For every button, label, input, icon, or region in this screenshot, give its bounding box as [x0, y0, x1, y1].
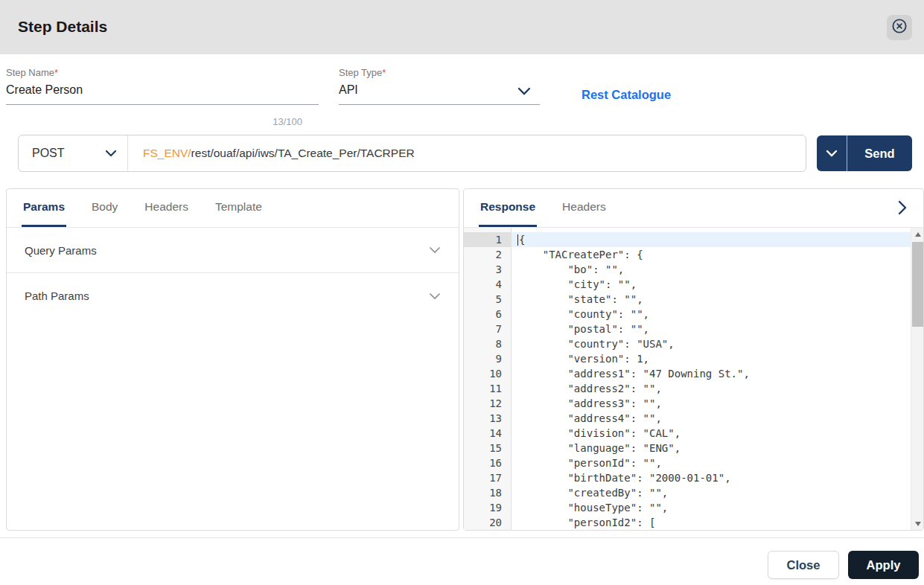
code-line: "language": "ENG", — [517, 441, 911, 455]
send-button[interactable]: Send — [817, 135, 912, 171]
line-number: 5 — [464, 292, 511, 307]
tab-params[interactable]: Params — [22, 189, 66, 227]
request-tabs: Params Body Headers Template — [7, 189, 459, 228]
step-type-select[interactable]: API — [339, 83, 540, 104]
scrollbar-thumb[interactable] — [912, 242, 923, 327]
code-line: "birthDate": "2000-01-01", — [517, 470, 911, 485]
circled-x-icon — [890, 17, 908, 38]
line-number: 18 — [464, 485, 511, 500]
chevron-down-icon[interactable] — [517, 85, 531, 98]
chevron-down-icon — [826, 147, 838, 160]
line-number: 14 — [464, 426, 511, 441]
chevron-down-icon — [105, 147, 117, 160]
step-name-input[interactable]: Create Person — [6, 83, 319, 104]
step-name-label: Step Name* — [6, 67, 319, 78]
step-name-field[interactable]: Step Name* Create Person 13/100 — [6, 67, 319, 105]
line-number: 12 — [464, 396, 511, 411]
response-code-editor[interactable]: 1 2 3 4 5 6 7 8 9 10 11 12 13 14 15 16 1… — [464, 228, 923, 530]
apply-button[interactable]: Apply — [848, 551, 919, 579]
step-type-field[interactable]: Step Type* API — [339, 67, 540, 105]
triangle-up-icon — [915, 232, 921, 237]
tab-response-headers[interactable]: Headers — [561, 189, 608, 227]
char-counter: 13/100 — [273, 116, 302, 127]
line-number: 13 — [464, 411, 511, 426]
expand-panel-button[interactable] — [898, 200, 907, 218]
line-number: 9 — [464, 351, 511, 366]
url-path: rest/ouaf/api/iws/TA_Create_Per/TACRPER — [191, 147, 415, 159]
line-number: 11 — [464, 381, 511, 396]
send-options-caret[interactable] — [817, 135, 847, 171]
line-number: 15 — [464, 441, 511, 455]
step-type-label: Step Type* — [339, 67, 540, 78]
code-line: "postal": "", — [517, 322, 911, 336]
line-number: 2 — [464, 247, 511, 262]
code-line: { — [512, 232, 911, 247]
response-tabs: Response Headers — [464, 189, 923, 228]
required-asterisk: * — [382, 67, 386, 78]
code-line: "createdBy": "", — [517, 485, 911, 500]
code-line: "county": "", — [517, 307, 911, 322]
tab-response[interactable]: Response — [479, 189, 537, 227]
code-line: "bo": "", — [517, 262, 911, 277]
line-number: 4 — [464, 277, 511, 292]
chevron-right-icon — [898, 205, 907, 217]
chevron-down-icon — [429, 243, 441, 257]
code-line: "country": "USA", — [517, 336, 911, 351]
env-variable-token: FS_ENV/ — [143, 147, 191, 159]
close-dialog-button[interactable] — [887, 15, 912, 40]
query-params-accordion[interactable]: Query Params — [7, 228, 459, 273]
code-line: "division": "CAL", — [517, 426, 911, 441]
response-panel: Response Headers 1 2 3 4 5 6 7 8 9 10 11 — [463, 188, 924, 531]
line-number: 7 — [464, 322, 511, 336]
request-panel: Params Body Headers Template Query Param… — [6, 188, 459, 531]
line-number: 20 — [464, 515, 511, 530]
tab-body[interactable]: Body — [90, 189, 119, 227]
line-number: 10 — [464, 366, 511, 381]
rest-catalogue-link[interactable]: Rest Catalogue — [582, 88, 671, 102]
text-cursor — [517, 234, 518, 246]
code-line: "address3": "", — [517, 396, 911, 411]
code-line: "personId": "", — [517, 455, 911, 470]
chevron-down-icon — [429, 290, 441, 303]
line-number: 3 — [464, 262, 511, 277]
code-line: "address1": "47 Downing St.", — [517, 366, 911, 381]
dialog-header: Step Details — [0, 0, 924, 54]
code-line: "TACreatePer": { — [517, 247, 911, 262]
line-number: 16 — [464, 455, 511, 470]
code-line: "houseType": "", — [517, 500, 911, 515]
step-details-dialog: Step Details Step Name* Create Person 13… — [0, 0, 924, 585]
method-value: POST — [32, 147, 65, 160]
code-line: "address4": "", — [517, 411, 911, 426]
line-number-gutter: 1 2 3 4 5 6 7 8 9 10 11 12 13 14 15 16 1… — [464, 228, 512, 530]
line-number: 1 — [464, 232, 511, 247]
vertical-scrollbar[interactable] — [911, 228, 923, 530]
scroll-up-arrow[interactable] — [911, 228, 924, 240]
tab-template[interactable]: Template — [214, 189, 264, 227]
code-line: "city": "", — [517, 277, 911, 292]
send-button-label: Send — [847, 135, 912, 171]
divider — [127, 135, 128, 171]
line-number: 8 — [464, 336, 511, 351]
method-select[interactable]: POST — [19, 147, 127, 160]
scroll-down-arrow[interactable] — [911, 517, 924, 530]
close-button[interactable]: Close — [768, 551, 839, 579]
required-asterisk: * — [54, 67, 58, 78]
code-line: "personId2": [ — [517, 515, 911, 530]
line-number: 6 — [464, 307, 511, 322]
url-input[interactable]: FS_ENV/rest/ouaf/api/iws/TA_Create_Per/T… — [143, 147, 415, 160]
query-params-label: Query Params — [25, 244, 97, 257]
code-line: "version": 1, — [517, 351, 911, 366]
path-params-label: Path Params — [25, 290, 89, 302]
footer-divider — [0, 537, 924, 538]
path-params-accordion[interactable]: Path Params — [7, 273, 459, 319]
line-number: 19 — [464, 500, 511, 515]
triangle-down-icon — [915, 522, 921, 526]
code-content[interactable]: { "TACreatePer": { "bo": "", "city": "",… — [512, 228, 911, 530]
line-number: 17 — [464, 470, 511, 485]
code-line: "state": "", — [517, 292, 911, 307]
request-url-bar: POST FS_ENV/rest/ouaf/api/iws/TA_Create_… — [18, 135, 806, 172]
page-title: Step Details — [18, 18, 107, 36]
code-line: "address2": "", — [517, 381, 911, 396]
tab-headers[interactable]: Headers — [143, 189, 190, 227]
